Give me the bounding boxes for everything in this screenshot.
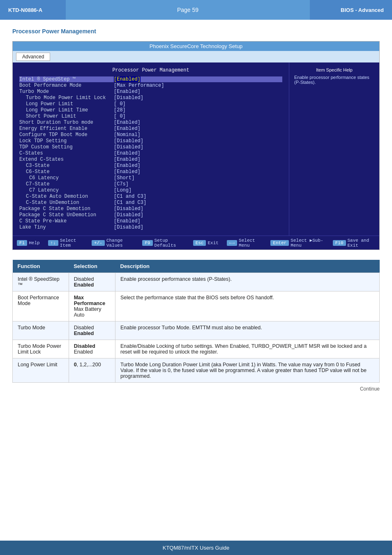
bios-row-cstateundemo[interactable]: C-State UnDemotion [C1 and C3] [19, 200, 282, 206]
table-cell-function: Turbo Mode Power Limit Lock [13, 340, 69, 358]
bios-row-configtdp[interactable]: Configure TDP Boot Mode [Nominal] [19, 132, 282, 138]
bios-label-enter: Select ▶Sub-Menu [291, 238, 324, 248]
footer-text: KTQM87/mITX Users Guide [163, 545, 230, 551]
continue-label: Continue [12, 386, 380, 392]
bios-label-configtdp: Configure TDP Boot Mode [19, 132, 114, 138]
selection-bold: Enabled [74, 331, 94, 336]
bios-row-bootperf[interactable]: Boot Performance Mode [Max Performance] [19, 83, 282, 88]
bios-tab-advanced[interactable]: Advanced [16, 53, 50, 61]
bios-value-c7state: [C7s] [114, 181, 129, 187]
table-row: Boot Performance Mode Max PerformanceMax… [13, 291, 380, 321]
bios-value-longpwrtime: [28] [114, 107, 126, 113]
bios-footer-esc: Esc Exit [193, 238, 219, 248]
table-row: Turbo Mode Power Limit Lock DisabledEnab… [13, 340, 380, 358]
page-header: KTD-N0886-A Page 59 BIOS - Advanced [0, 0, 392, 20]
bios-tab-bar: Advanced [13, 51, 379, 62]
table-cell-function: Long Power Limit [13, 358, 69, 383]
bios-value-cstateautodemo: [C1 and C3] [114, 194, 146, 199]
table-cell-description: Turbo Mode Long Duration Power Limit (ak… [115, 358, 380, 383]
bios-row-shortdturbo[interactable]: Short Duration Turbo mode [Enabled] [19, 120, 282, 125]
bios-row-c3state[interactable]: C3-State [Enabled] [19, 163, 282, 169]
bios-label-pkgcstateundemo: Package C State UnDemotion [19, 212, 114, 218]
table-cell-selection: DisabledEnabled [69, 321, 115, 340]
table-cell-function: Intel ® SpeedStep ™ [13, 273, 69, 291]
bios-label-f1: Help [29, 240, 39, 245]
bios-row-cstates[interactable]: C-States [Enabled] [19, 150, 282, 156]
function-table: Function Selection Description Intel ® S… [12, 260, 380, 383]
bios-main-title: Processor Power Management [19, 67, 282, 73]
bios-row-cstateautodemo[interactable]: C-State Auto Demotion [C1 and C3] [19, 194, 282, 199]
table-cell-selection: DisabledEnabled [69, 340, 115, 358]
bios-key-enter: Enter [270, 240, 289, 246]
bios-value-pkgcstateundemo: [Disabled] [114, 212, 143, 218]
bios-value-locktdp: [Disabled] [114, 138, 143, 144]
bios-value-configtdp: [Nominal] [114, 132, 141, 138]
bios-value-turbopwrlimitlock: [Disabled] [114, 95, 143, 101]
bios-label-cstates: C-States [19, 150, 114, 156]
bios-label-tdpcustom: TDP Custom Setting [19, 144, 114, 150]
bios-key-esc: Esc [193, 240, 206, 246]
bios-label-laketiny: Lake Tiny [19, 224, 114, 230]
bios-value-c6state: [Enabled] [114, 169, 141, 175]
bios-row-pkgcstatedemo[interactable]: Package C State Demotion [Disabled] [19, 206, 282, 212]
bios-row-turbopwrlimitlock[interactable]: Turbo Mode Power Limit Lock [Disabled] [19, 95, 282, 101]
bios-value-bootperf: [Max Performance] [114, 83, 164, 88]
selection-bold: Max Performance [74, 295, 105, 306]
table-cell-selection: 0, 1,2,...200 [69, 358, 115, 383]
header-left: KTD-N0886-A [0, 0, 66, 20]
bios-key-f10: F10 [333, 240, 346, 246]
bios-footer: F1 Help ↑↓ Select Item +/- Change Values… [13, 236, 379, 250]
table-cell-selection: DisabledEnabled [69, 273, 115, 291]
selection-bold: Enabled [74, 282, 94, 288]
bios-label-bootperf: Boot Performance Mode [19, 83, 114, 88]
bios-footer-f10: F10 Save and Exit [333, 238, 375, 248]
header-page: Page 59 [177, 7, 198, 13]
bios-value-shortdturbo: [Enabled] [114, 120, 141, 125]
bios-help-title: Item Specific Help [294, 67, 374, 72]
bios-label-locktdp: Lock TDP Setting [19, 138, 114, 144]
bios-label-pkgcstatedemo: Package C State Demotion [19, 206, 114, 212]
table-cell-description: Select the performance state that the BI… [115, 291, 380, 321]
bios-row-c6latency[interactable]: C6 Latency [Short] [19, 175, 282, 181]
bios-row-longpwrtime[interactable]: Long Power Limit Time [28] [19, 107, 282, 113]
bios-row-shortpwr[interactable]: Short Power Limit [ 0] [19, 113, 282, 119]
bios-row-speedstep[interactable]: Intel ® SpeedStep ™ [Enabled] [19, 76, 282, 82]
table-cell-selection: Max PerformanceMax BatteryAuto [69, 291, 115, 321]
bios-row-cstatepre[interactable]: C State Pre-Wake [Enabled] [19, 218, 282, 224]
bios-row-energyeff[interactable]: Energy Efficient Enable [Enabled] [19, 126, 282, 132]
bios-row-c7state[interactable]: C7-State [C7s] [19, 181, 282, 187]
bios-label-c7latency: C7 Latency [19, 187, 114, 193]
bios-value-pkgcstatedemo: [Disabled] [114, 206, 143, 212]
bios-row-c7latency[interactable]: C7 Latency [Long] [19, 187, 282, 193]
header-section: BIOS - Advanced [341, 7, 384, 13]
bios-label-extcstates: Extend C-States [19, 157, 114, 162]
bios-label-lrarrows: Select Menu [239, 238, 262, 248]
bios-value-c7latency: [Long] [114, 187, 131, 193]
table-cell-description: Enable processor Turbo Mode. EMTTM must … [115, 321, 380, 340]
bios-row-locktdp[interactable]: Lock TDP Setting [Disabled] [19, 138, 282, 144]
bios-label-turbopwrlimitlock: Turbo Mode Power Limit Lock [19, 95, 114, 101]
bios-key-lrarrows: ←→ [227, 240, 237, 246]
bios-label-shortpwr: Short Power Limit [19, 113, 114, 119]
bios-row-pkgcstateundemo[interactable]: Package C State UnDemotion [Disabled] [19, 212, 282, 218]
bios-footer-f1: F1 Help [17, 238, 40, 248]
table-cell-function: Boot Performance Mode [13, 291, 69, 321]
header-center: Page 59 [66, 0, 310, 20]
bios-row-tdpcustom[interactable]: TDP Custom Setting [Disabled] [19, 144, 282, 150]
bios-footer-enter: Enter Select ▶Sub-Menu [270, 238, 324, 248]
bios-value-cstates: [Enabled] [114, 150, 141, 156]
bios-label-c7state: C7-State [19, 181, 114, 187]
bios-row-longpwr[interactable]: Long Power Limit [ 0] [19, 101, 282, 107]
section-title: Processor Power Management [12, 28, 380, 35]
bios-key-arrows: ↑↓ [48, 240, 58, 246]
bios-row-extcstates[interactable]: Extend C-States [Enabled] [19, 157, 282, 162]
bios-row-turbo[interactable]: Turbo Mode [Enabled] [19, 89, 282, 95]
selection-bold: 0 [74, 362, 77, 368]
bios-label-longpwr: Long Power Limit [19, 101, 114, 107]
bios-row-c6state[interactable]: C6-State [Enabled] [19, 169, 282, 175]
bios-row-laketiny[interactable]: Lake Tiny [Disabled] [19, 224, 282, 230]
table-cell-description: Enable/Disable Locking of turbo settings… [115, 340, 380, 358]
bios-label-plusminus: Change Values [106, 238, 134, 248]
bios-label-c6state: C6-State [19, 169, 114, 175]
table-cell-description: Enable processor performance states (P-S… [115, 273, 380, 291]
